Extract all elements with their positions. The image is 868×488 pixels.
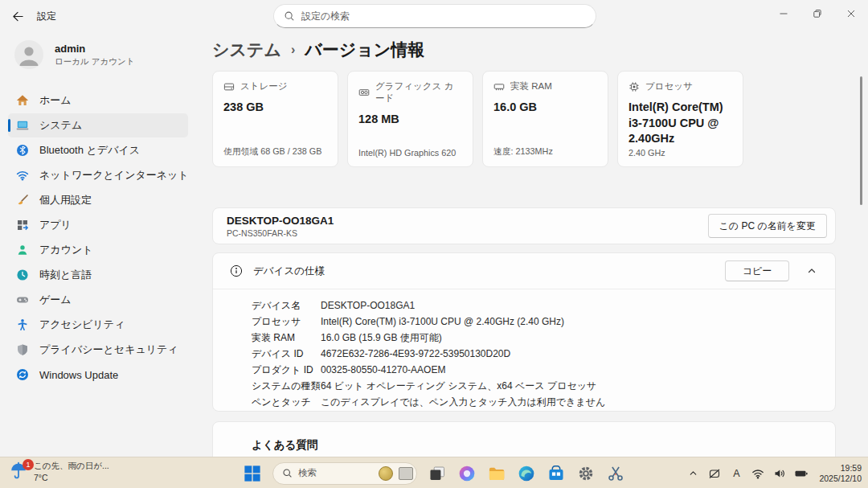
weather-widget[interactable]: 1 この先、雨の日が... 7°C	[5, 459, 114, 484]
card-label: グラフィックス カード	[375, 80, 462, 105]
windows-start-icon	[244, 465, 261, 482]
settings-button[interactable]	[576, 464, 596, 483]
sidebar-nav: ホームシステムBluetooth とデバイスネットワークとインターネット個人用設…	[0, 88, 199, 387]
system-tray: A 19:59 2025/12/10	[686, 457, 865, 488]
network-icon	[16, 169, 29, 182]
ram-icon	[493, 81, 505, 92]
spec-value: 64 ビット オペレーティング システム、x64 ベース プロセッサ	[321, 378, 596, 394]
snipping-tool-icon	[607, 465, 624, 482]
card-detail: 速度: 2133MHz	[493, 146, 597, 158]
taskbar-search-box[interactable]: 検索	[272, 462, 417, 485]
sidebar-item-personalization[interactable]: 個人用設定	[8, 188, 188, 212]
sidebar-item-gaming[interactable]: ゲーム	[8, 288, 188, 312]
start-button[interactable]	[243, 464, 262, 483]
close-button[interactable]	[834, 0, 868, 27]
sidebar-item-label: アクセシビリティ	[39, 318, 125, 332]
bluetooth-icon	[16, 144, 29, 157]
volume-icon[interactable]	[772, 466, 787, 481]
task-view-button[interactable]	[428, 464, 447, 483]
window-controls	[767, 0, 868, 27]
sidebar-item-home[interactable]: ホーム	[8, 88, 188, 113]
spec-value: Intel(R) Core(TM) i3-7100U CPU @ 2.40GHz…	[321, 314, 564, 330]
copilot-icon	[458, 465, 476, 482]
search-highlight-icon	[399, 467, 413, 480]
device-spec-header[interactable]: デバイスの仕様 コピー	[213, 253, 835, 289]
sidebar-item-network-internet[interactable]: ネットワークとインターネット	[8, 163, 188, 187]
time-language-icon	[16, 269, 29, 281]
summary-card-installed-ram: 実装 RAM16.0 GB速度: 2133MHz	[482, 71, 608, 167]
spec-label: プロダクト ID	[252, 362, 321, 378]
spec-label: ペンとタッチ	[252, 394, 321, 410]
settings-search-placeholder: 設定の検索	[301, 10, 350, 23]
hidden-icons-chevron[interactable]	[686, 466, 700, 481]
rename-pc-button[interactable]: この PC の名前を変更	[708, 214, 827, 238]
collapse-expander-button[interactable]	[800, 260, 824, 281]
storage-icon	[223, 81, 235, 92]
breadcrumb: システム › バージョン情報	[212, 39, 424, 61]
card-value: 16.0 GB	[493, 100, 597, 116]
windows-update-icon	[16, 368, 29, 381]
spec-label: デバイス ID	[252, 346, 321, 362]
sidebar-item-accessibility[interactable]: アクセシビリティ	[8, 313, 188, 337]
scrollbar[interactable]	[860, 76, 862, 205]
sidebar-item-apps[interactable]: アプリ	[8, 213, 188, 237]
sidebar-item-windows-update[interactable]: Windows Update	[8, 363, 188, 387]
sidebar-item-label: システム	[39, 118, 82, 133]
spec-label: システムの種類	[252, 378, 321, 394]
edge-icon	[518, 465, 535, 482]
app-title: 設定	[37, 10, 56, 23]
battery-icon[interactable]	[794, 466, 809, 481]
user-name: admin	[55, 43, 134, 55]
copy-button[interactable]: コピー	[725, 260, 789, 281]
device-name: DESKTOP-OO18GA1	[227, 215, 334, 227]
gaming-icon	[16, 293, 29, 306]
touchpad-icon[interactable]	[707, 466, 722, 481]
sidebar-item-label: アプリ	[39, 218, 72, 232]
ime-mode[interactable]: A	[729, 466, 743, 481]
taskbar-search-label: 検索	[298, 467, 373, 479]
sidebar-item-privacy-security[interactable]: プライバシーとセキュリティ	[8, 338, 188, 362]
card-value: 238 GB	[223, 100, 327, 116]
summary-card-graphics-card: グラフィックス カード128 MBIntel(R) HD Graphics 62…	[347, 71, 473, 167]
settings-search-input[interactable]: 設定の検索	[273, 4, 596, 28]
main-content: システム › バージョン情報 ストレージ238 GB使用領域 68 GB / 2…	[199, 32, 868, 457]
restore-button[interactable]	[800, 0, 834, 27]
sidebar-item-accounts[interactable]: アカウント	[8, 238, 188, 262]
breadcrumb-parent[interactable]: システム	[212, 39, 281, 61]
card-detail: Intel(R) HD Graphics 620	[358, 148, 462, 158]
sidebar: admin ローカル アカウント ホームシステムBluetooth とデバイスネ…	[0, 32, 199, 457]
sidebar-item-label: ネットワークとインターネット	[39, 168, 189, 182]
sidebar-item-label: 時刻と言語	[39, 268, 92, 282]
faq-panel[interactable]: よくある質問	[212, 421, 836, 457]
spec-row: 実装 RAM16.0 GB (15.9 GB 使用可能)	[252, 330, 835, 346]
minimize-button[interactable]	[767, 0, 800, 27]
sidebar-item-label: アカウント	[39, 243, 93, 257]
snipping-tool-button[interactable]	[606, 464, 625, 483]
taskbar-clock[interactable]: 19:59 2025/12/10	[816, 463, 865, 484]
search-icon	[282, 468, 293, 478]
sidebar-item-time-language[interactable]: 時刻と言語	[8, 263, 188, 287]
apps-icon	[16, 219, 29, 232]
sidebar-item-label: 個人用設定	[39, 193, 92, 207]
user-account-block[interactable]: admin ローカル アカウント	[0, 32, 199, 77]
summary-card-processor: プロセッサIntel(R) Core(TM) i3-7100U CPU @ 2.…	[617, 71, 743, 167]
copilot-button[interactable]	[457, 464, 477, 483]
spec-label: 実装 RAM	[252, 330, 321, 346]
spec-value: 4672E632-7286-4E93-9722-53950130D20D	[321, 346, 510, 362]
sidebar-item-bluetooth-devices[interactable]: Bluetooth とデバイス	[8, 138, 188, 162]
edge-button[interactable]	[517, 464, 536, 483]
file-explorer-button[interactable]	[487, 464, 506, 483]
file-explorer-icon	[488, 465, 506, 482]
device-spec-table: デバイス名DESKTOP-OO18GA1プロセッサIntel(R) Core(T…	[213, 289, 835, 410]
system-icon	[16, 119, 29, 132]
weather-headline: この先、雨の日が...	[34, 461, 109, 472]
minimize-icon	[779, 9, 788, 18]
sidebar-item-system[interactable]: システム	[8, 113, 188, 137]
store-icon	[547, 465, 565, 482]
clock-date: 2025/12/10	[819, 474, 862, 484]
wifi-icon[interactable]	[751, 466, 765, 481]
spec-row: プロダクト ID00325-80550-41270-AAOEM	[252, 362, 835, 378]
titlebar: 設定 設定の検索	[0, 0, 868, 32]
back-button[interactable]	[5, 5, 31, 27]
store-button[interactable]	[547, 464, 566, 483]
